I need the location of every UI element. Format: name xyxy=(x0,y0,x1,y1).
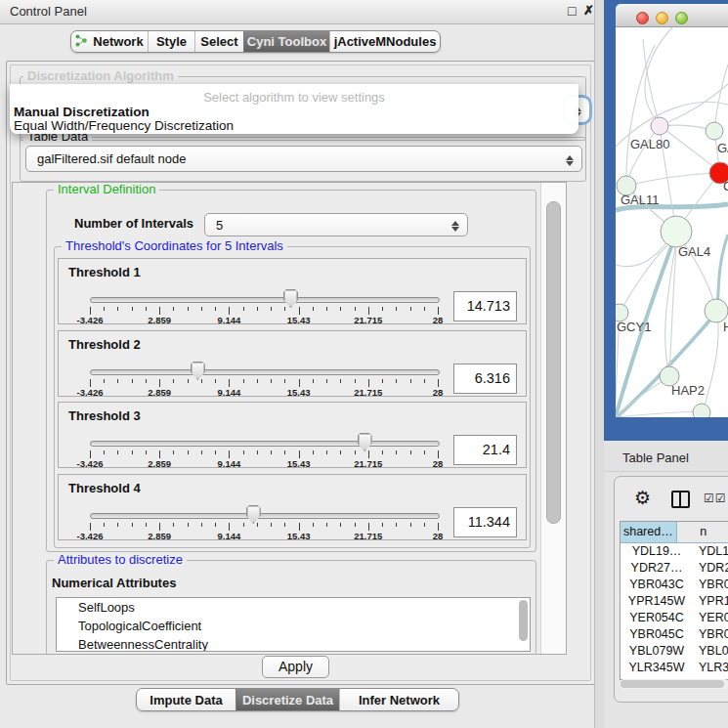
network-edge[interactable] xyxy=(704,314,718,409)
minor-tick xyxy=(396,450,397,454)
tab-style[interactable]: Style xyxy=(148,31,194,52)
minor-tick xyxy=(132,523,133,527)
network-edge-highlighted[interactable] xyxy=(717,235,728,307)
tab-jactivemnodules[interactable]: jActiveMNodules xyxy=(329,31,440,52)
algorithm-placeholder-option[interactable]: Select algorithm to view settings xyxy=(10,90,578,105)
tick-label: 9.144 xyxy=(218,458,241,469)
table-row[interactable]: YDR27…YDR2 xyxy=(621,560,728,577)
minor-tick xyxy=(132,379,133,383)
network-edge[interactable] xyxy=(714,64,728,129)
tab-infer-network[interactable]: Infer Network xyxy=(339,689,458,710)
slider-handle[interactable] xyxy=(358,433,372,451)
table-row[interactable]: YBR045CYBR0 xyxy=(621,626,728,643)
slider-handle[interactable] xyxy=(191,362,205,380)
column-header-name[interactable]: n xyxy=(677,522,728,542)
minor-tick xyxy=(104,379,105,383)
tab-label: jActiveMNodules xyxy=(334,34,437,49)
slider-handle[interactable] xyxy=(283,289,298,308)
cell-shared-name: YDL19… xyxy=(621,543,693,560)
network-node-label: HAP2 xyxy=(671,383,705,398)
cell-shared-name: YBR045C xyxy=(621,626,693,643)
network-icon xyxy=(75,34,88,50)
slider-track[interactable] xyxy=(90,441,440,447)
threshold-value-field[interactable]: 11.344 xyxy=(453,507,517,537)
network-edge[interactable] xyxy=(626,173,716,186)
minor-tick xyxy=(396,307,397,311)
list-scrollbar-thumb[interactable] xyxy=(519,600,528,641)
minor-tick xyxy=(410,307,411,311)
close-icon[interactable]: ✗ xyxy=(583,3,594,18)
minor-tick xyxy=(243,379,244,383)
major-tick xyxy=(90,307,91,315)
minor-tick xyxy=(257,379,258,383)
numerical-attributes-list[interactable]: SelfLoopsTopologicalCoefficientBetweenne… xyxy=(56,597,531,652)
major-tick xyxy=(299,523,300,531)
minor-tick xyxy=(424,523,425,527)
cell-name: YDL1 xyxy=(693,543,728,560)
slider-track[interactable] xyxy=(90,513,440,519)
table-hscrollbar-thumb[interactable] xyxy=(621,680,724,688)
close-traffic-light-icon[interactable] xyxy=(636,12,649,24)
threshold-value-field[interactable]: 6.316 xyxy=(453,364,517,394)
slider-track[interactable] xyxy=(90,297,440,303)
tab-cyni-toolbox[interactable]: Cyni Toolbox xyxy=(243,31,329,52)
gear-icon[interactable]: ⚙ xyxy=(634,487,651,509)
tab-network[interactable]: Network xyxy=(71,31,148,52)
network-node-label: GA xyxy=(717,141,728,155)
split-pane-icon[interactable] xyxy=(671,491,690,508)
minor-tick xyxy=(271,523,272,527)
network-node-clipped[interactable] xyxy=(693,404,710,417)
float-icon[interactable]: □ xyxy=(568,3,576,19)
attribute-item-selfloops[interactable]: SelfLoops xyxy=(57,598,530,617)
minor-tick xyxy=(104,450,105,454)
major-tick xyxy=(438,379,439,387)
table-row[interactable]: YPR145WYPR1 xyxy=(621,593,728,610)
network-node-gal4[interactable] xyxy=(661,216,692,247)
table-row[interactable]: YER054CYER0 xyxy=(621,610,728,626)
network-edge[interactable] xyxy=(616,411,699,417)
checkbox-icons[interactable]: ☑☑ xyxy=(704,492,727,505)
column-header-shared-name[interactable]: shared… xyxy=(621,522,677,542)
tab-impute-data[interactable]: Impute Data xyxy=(137,689,236,710)
zoom-traffic-light-icon[interactable] xyxy=(675,12,688,24)
algorithm-option-manual[interactable]: Manual Discretization xyxy=(14,105,150,119)
algorithm-option-equal-width[interactable]: Equal Width/Frequency Discretization xyxy=(14,118,234,133)
apply-button[interactable]: Apply xyxy=(262,656,329,678)
minimize-traffic-light-icon[interactable] xyxy=(656,12,668,24)
table-row[interactable]: YBL079WYBL0 xyxy=(621,643,728,660)
slider-track[interactable] xyxy=(90,369,440,375)
table-row[interactable]: YBR043CYBR0 xyxy=(621,577,728,593)
tick-label: 9.144 xyxy=(218,315,241,325)
network-edge[interactable] xyxy=(626,126,660,184)
slider-handle[interactable] xyxy=(246,505,261,524)
threshold-value-field[interactable]: 14.713 xyxy=(453,291,517,321)
minor-tick xyxy=(243,307,244,311)
network-edge[interactable] xyxy=(645,27,672,120)
threshold-value-field[interactable]: 21.4 xyxy=(453,435,517,465)
minor-tick xyxy=(146,307,147,311)
network-window-titlebar[interactable] xyxy=(616,4,728,27)
number-of-intervals-combobox[interactable]: 5 xyxy=(204,213,468,236)
network-node-label: GAL11 xyxy=(621,193,660,207)
minor-tick xyxy=(410,450,411,454)
tab-discretize-data[interactable]: Discretize Data xyxy=(236,689,339,710)
network-canvas[interactable]: GAL80GACGAL11GAL4GCY1HHAP2 xyxy=(616,27,728,417)
network-node-gal80[interactable] xyxy=(651,117,668,135)
table-hscrollbar-track[interactable] xyxy=(620,679,728,689)
major-tick xyxy=(159,379,160,387)
table-data-combobox[interactable]: galFiltered.sif default node xyxy=(25,146,582,172)
minor-tick xyxy=(410,379,411,383)
network-edge[interactable] xyxy=(616,237,670,267)
table-row[interactable]: YDL19…YDL1 xyxy=(621,543,728,560)
minor-tick xyxy=(313,450,314,454)
tab-select[interactable]: Select xyxy=(194,31,243,52)
table-row[interactable]: YLR345WYLR3 xyxy=(621,660,728,676)
attribute-item-betweennesscentrality[interactable]: BetweennessCentrality xyxy=(57,635,530,652)
attribute-item-topologicalcoefficient[interactable]: TopologicalCoefficient xyxy=(57,617,530,635)
settings-scrollbar-thumb[interactable] xyxy=(546,201,561,524)
minor-tick xyxy=(355,379,356,383)
network-node-ga[interactable] xyxy=(706,122,723,140)
network-edge[interactable] xyxy=(626,45,655,185)
tick-label: 15.43 xyxy=(287,387,311,398)
minor-tick xyxy=(146,523,147,527)
